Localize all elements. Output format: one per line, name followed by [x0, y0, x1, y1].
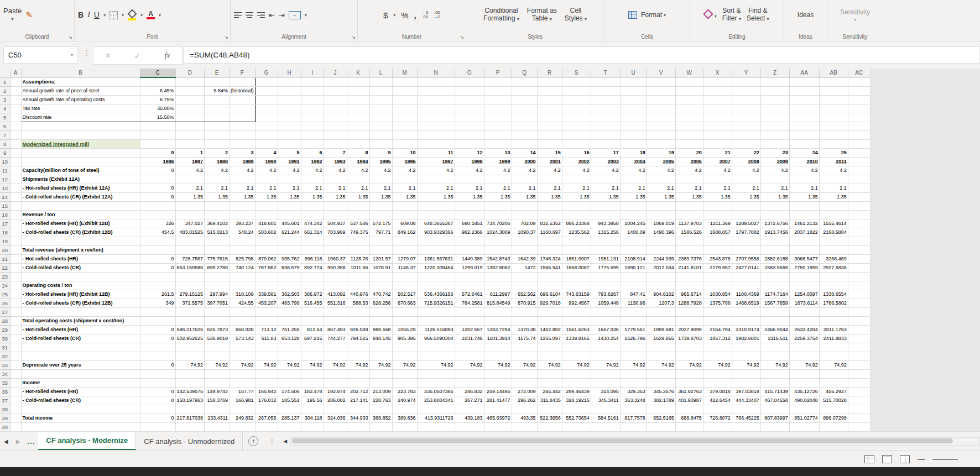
cell-Z23[interactable]	[760, 272, 789, 281]
cancel-icon[interactable]: ×	[105, 51, 110, 61]
cell-Y34[interactable]	[732, 369, 760, 378]
cell-Y9[interactable]: 22	[732, 148, 760, 157]
cell-O2[interactable]	[455, 86, 484, 95]
cell-W37[interactable]: 401.93987	[675, 396, 703, 405]
cell-V10[interactable]: 2005	[647, 157, 675, 166]
cell-Q13[interactable]: 2.1	[512, 184, 537, 192]
cell-Q24[interactable]	[512, 281, 537, 290]
cell-L22[interactable]: 1076.91	[369, 263, 392, 272]
cell-B23[interactable]	[21, 272, 140, 281]
cell-Q20[interactable]	[512, 245, 537, 254]
cell-S34[interactable]	[562, 369, 591, 378]
cell-T35[interactable]	[591, 378, 620, 387]
cell-Y20[interactable]	[732, 245, 760, 254]
cell-D16[interactable]	[175, 210, 205, 219]
cell-Q3[interactable]	[512, 95, 537, 104]
cell-D21[interactable]: 728.7567	[175, 254, 205, 263]
cell-Z1[interactable]	[760, 77, 789, 86]
row-header-3[interactable]: 3	[0, 95, 10, 104]
cell-U19[interactable]	[620, 237, 647, 245]
cell-X28[interactable]	[703, 316, 732, 325]
cell-A3[interactable]	[10, 95, 21, 104]
cell-O8[interactable]	[455, 139, 484, 148]
cell-P9[interactable]: 13	[484, 148, 512, 157]
cell-J8[interactable]	[324, 139, 347, 148]
cell-E30[interactable]: 536.9019	[205, 334, 230, 343]
cell-V17[interactable]: 1069.019	[647, 219, 675, 228]
cell-W30[interactable]: 1739.8703	[675, 334, 703, 343]
cell-H6[interactable]	[278, 122, 301, 130]
cell-I3[interactable]	[301, 95, 324, 104]
cell-C3[interactable]: 6.75%	[140, 95, 175, 104]
cell-AC12[interactable]	[848, 175, 870, 184]
cell-D3[interactable]	[175, 95, 205, 104]
cell-A6[interactable]	[10, 122, 21, 130]
cell-G22[interactable]: 787.862	[255, 263, 278, 272]
cell-N1[interactable]	[417, 77, 455, 86]
cell-P32[interactable]	[484, 352, 512, 360]
cell-B21[interactable]: - Hot-rolled sheets (HR)	[21, 254, 140, 263]
cell-F23[interactable]	[230, 272, 256, 281]
cell-Q1[interactable]	[512, 77, 537, 86]
cell-I13[interactable]: 2.1	[301, 184, 324, 192]
cell-AA35[interactable]	[789, 378, 819, 387]
row-header-35[interactable]: 35	[0, 378, 10, 387]
font-color-icon[interactable]: A	[147, 11, 155, 19]
cell-X9[interactable]: 21	[703, 148, 732, 157]
row-header-14[interactable]: 14	[0, 192, 10, 201]
cell-AC16[interactable]	[848, 210, 870, 219]
cell-A9[interactable]	[10, 148, 21, 157]
cell-D17[interactable]: 347.027	[175, 219, 205, 228]
cell-D19[interactable]	[175, 237, 205, 245]
cell-Q6[interactable]	[512, 122, 537, 130]
cell-A38[interactable]	[10, 405, 21, 414]
cell-P14[interactable]: 1.35	[484, 192, 512, 201]
cell-G5[interactable]	[255, 113, 278, 122]
cell-Z13[interactable]: 2.1	[760, 184, 789, 192]
cell-Q32[interactable]	[512, 352, 537, 360]
horizontal-scrollbar-thumb[interactable]	[292, 438, 953, 443]
cell-V32[interactable]	[647, 352, 675, 360]
cell-F8[interactable]	[230, 139, 256, 148]
cell-AA15[interactable]	[789, 201, 819, 210]
normal-view-icon[interactable]	[864, 455, 874, 463]
cell-C14[interactable]: 0	[140, 192, 175, 201]
cell-Y8[interactable]	[732, 139, 760, 148]
cell-N18[interactable]: 903.9329366	[417, 228, 455, 237]
cell-T6[interactable]	[591, 122, 620, 130]
cell-X2[interactable]	[703, 86, 732, 95]
cell-G10[interactable]: 1990	[255, 157, 278, 166]
cell-Y22[interactable]: 2427.0141	[732, 263, 760, 272]
cell-A21[interactable]	[10, 254, 21, 263]
cell-L12[interactable]	[369, 175, 392, 184]
cell-W12[interactable]	[675, 175, 703, 184]
cell-T17[interactable]: 943.3958	[591, 219, 620, 228]
cell-B24[interactable]: Operating costs / ton	[21, 281, 140, 290]
cell-AB7[interactable]	[819, 130, 848, 139]
cell-K27[interactable]	[347, 307, 369, 316]
cell-I5[interactable]	[301, 113, 324, 122]
cell-D5[interactable]	[175, 113, 205, 122]
cell-G29[interactable]: 713.12	[255, 325, 278, 334]
column-header-U[interactable]: U	[620, 69, 647, 77]
cell-AA1[interactable]	[789, 77, 819, 86]
cell-M31[interactable]	[392, 343, 417, 352]
cell-D13[interactable]: 2.1	[175, 184, 205, 192]
cell-O3[interactable]	[455, 95, 484, 104]
cell-N6[interactable]	[417, 122, 455, 130]
cell-D33[interactable]: 74.92	[175, 360, 205, 369]
cell-AA32[interactable]	[789, 352, 819, 360]
cell-U16[interactable]	[620, 210, 647, 219]
cell-Q27[interactable]	[512, 307, 537, 316]
cell-L23[interactable]	[369, 272, 392, 281]
cell-B32[interactable]	[21, 352, 140, 360]
cell-G32[interactable]	[255, 352, 278, 360]
cell-L36[interactable]: 213.009	[369, 387, 392, 396]
cell-T5[interactable]	[591, 113, 620, 122]
cell-B2[interactable]: Annual growth rate of price of steel	[21, 86, 140, 95]
cell-O40[interactable]	[455, 422, 484, 431]
cell-I27[interactable]	[301, 307, 324, 316]
cell-D26[interactable]: 372.5575	[175, 299, 205, 307]
cell-AB37[interactable]: 515.70028	[819, 396, 848, 405]
cell-X34[interactable]	[703, 369, 732, 378]
